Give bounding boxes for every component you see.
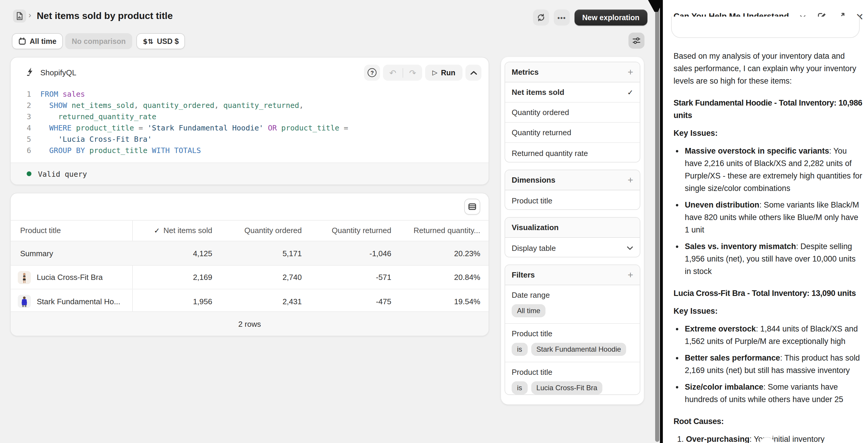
currency-exchange-icon: $⇅ (143, 37, 153, 46)
filter-value-chip-stark[interactable]: Stark Fundamental Hoodie (531, 343, 626, 356)
run-query-button[interactable]: ▷ Run (425, 65, 462, 81)
table-toolbar (11, 193, 489, 220)
results-table-card: Product title ✓ Net items sold Quantity … (10, 193, 489, 336)
query-status-text: Valid query (38, 169, 87, 178)
metric-item-net-items-sold[interactable]: Net items sold ✓ (505, 83, 640, 102)
code-line: 6 GROUP BY product_title WITH TOTALS (11, 145, 489, 156)
dimensions-section: Dimensions + Product title (504, 170, 640, 210)
exploration-config-panel: Metrics + Net items sold ✓ Quantity orde… (501, 57, 644, 405)
new-exploration-button[interactable]: New exploration (575, 9, 647, 26)
app-window: › Net items sold by product title All ti… (0, 0, 868, 443)
column-header-quantity-ordered[interactable]: Quantity ordered (222, 226, 311, 235)
column-header-quantity-returned[interactable]: Quantity returned (311, 226, 401, 235)
add-metric-button[interactable]: + (627, 67, 633, 77)
list-item: Size/color imbalance: Some variants have… (685, 381, 863, 406)
comparison-chip-label: No comparison (72, 37, 126, 46)
panel-toggle-button[interactable] (628, 33, 645, 49)
add-dimension-button[interactable]: + (627, 175, 633, 185)
page-title: Net items sold by product title (37, 11, 173, 21)
chat-bullet-list: Massive overstock in specific variants: … (674, 145, 863, 277)
add-filter-button[interactable]: + (627, 270, 633, 279)
chat-heading: Lucia Cross-Fit Bra - Total Inventory: 1… (674, 287, 863, 299)
metrics-header: Metrics + (505, 62, 640, 83)
filter-group-product-title-1: Product title is Stark Fundamental Hoodi… (505, 324, 640, 362)
query-help-button[interactable]: ? (364, 65, 380, 81)
more-actions-button[interactable]: ••• (554, 9, 570, 26)
product-thumbnail-stark (18, 295, 31, 308)
currency-chip[interactable]: $⇅ USD $ (136, 33, 185, 49)
dimension-item-product-title[interactable]: Product title (505, 190, 640, 210)
column-header-net-items-sold[interactable]: ✓ Net items sold (132, 226, 222, 235)
code-line: 3 returned_quantity_rate (11, 111, 489, 122)
filter-group-date-range: Date range All time (505, 285, 640, 324)
editor-language-label: ShopifyQL (40, 68, 76, 77)
list-item: Sales vs. inventory mismatch: Despite se… (685, 240, 863, 277)
chat-scroll-area[interactable]: Based on my analysis of your inventory d… (663, 17, 868, 443)
code-line: 2 SHOW net_items_sold, quantity_ordered,… (11, 100, 489, 111)
editor-header: ShopifyQL ? ↶ ↷ ▷ Run (11, 58, 489, 87)
metric-item-quantity-ordered[interactable]: Quantity ordered (505, 102, 640, 123)
metric-item-returned-quantity-rate[interactable]: Returned quantity rate (505, 143, 640, 163)
lightning-bolt-icon (26, 67, 35, 77)
filter-chip-all-time[interactable]: All time (512, 304, 546, 317)
sliders-icon (632, 36, 641, 45)
visualization-section: Visualization Display table (504, 217, 640, 257)
redo-button[interactable]: ↷ (403, 68, 422, 78)
table-icon (468, 202, 477, 211)
assistant-chat-panel: Can You Help Me Understand... ✕ (663, 0, 868, 443)
filter-operator-chip[interactable]: is (512, 343, 527, 356)
table-row-summary[interactable]: Summary 4,125 5,171 -1,046 20.23% (11, 241, 489, 266)
check-icon: ✓ (154, 226, 160, 235)
list-item: Better sales performance: This product h… (685, 352, 863, 377)
filter-operator-chip[interactable]: is (512, 381, 527, 394)
visualization-header: Visualization (505, 218, 640, 238)
currency-chip-label: USD $ (157, 37, 179, 46)
filters-header: Filters + (505, 265, 640, 285)
list-item: Massive overstock in specific variants: … (685, 145, 863, 195)
query-status-bar: Valid query (11, 163, 489, 184)
date-range-chip-label: All time (30, 37, 56, 46)
document-chart-icon (16, 12, 24, 20)
check-icon: ✓ (627, 88, 633, 96)
column-header-product-title[interactable]: Product title (11, 226, 132, 235)
calendar-icon (19, 37, 26, 45)
list-item: Uneven distribution: Some variants like … (685, 199, 863, 236)
column-header-returned-quantity-rate[interactable]: Returned quantity... (401, 226, 489, 235)
table-row-count: 2 rows (11, 311, 489, 336)
chat-paragraph: Based on my analysis of your inventory d… (674, 50, 863, 87)
assistant-message: Based on my analysis of your inventory d… (674, 50, 863, 443)
table-view-button[interactable] (464, 199, 480, 215)
undo-button[interactable]: ↶ (383, 68, 403, 78)
metrics-section: Metrics + Net items sold ✓ Quantity orde… (504, 62, 640, 163)
filter-value-chip-lucia[interactable]: Lucia Cross-Fit Bra (531, 381, 602, 394)
filter-group-product-title-2: Product title is Lucia Cross-Fit Bra (505, 362, 640, 395)
chat-panel-divider[interactable] (660, 0, 663, 443)
chat-heading: Root Causes: (674, 415, 863, 427)
chat-subheading: Key Issues: (674, 305, 863, 317)
chat-bullet-list: Extreme overstock: 1,844 units of Black/… (674, 323, 863, 406)
table-header-row: Product title ✓ Net items sold Quantity … (11, 220, 489, 241)
shopifyql-editor-card: ShopifyQL ? ↶ ↷ ▷ Run (10, 57, 489, 185)
run-label: Run (441, 68, 455, 77)
metric-item-quantity-returned[interactable]: Quantity returned (505, 123, 640, 143)
code-line: 5 'Lucia Cross-Fit Bra' (11, 134, 489, 145)
chevron-down-icon (627, 246, 633, 250)
visualization-select[interactable]: Display table (505, 238, 640, 257)
play-icon: ▷ (432, 69, 437, 77)
table-row-stark[interactable]: Stark Fundamental Ho... 1,956 2,431 -475… (11, 289, 489, 313)
filters-section: Filters + Date range All time Product ti… (504, 265, 640, 395)
exploration-file-icon-button[interactable] (13, 9, 26, 23)
collapse-editor-button[interactable] (465, 65, 482, 81)
breadcrumb: › (28, 10, 31, 20)
product-thumbnail-lucia (18, 271, 31, 284)
date-range-chip[interactable]: All time (12, 33, 63, 49)
table-row-lucia[interactable]: Lucia Cross-Fit Bra 2,169 2,740 -571 20.… (11, 266, 489, 289)
valid-status-dot-icon (27, 171, 31, 176)
user-message-bubble-partial (671, 17, 860, 38)
code-line: 4 WHERE product_title = 'Stark Fundament… (11, 122, 489, 134)
code-line: 1FROM sales (11, 88, 489, 100)
query-code-area[interactable]: 1FROM sales 2 SHOW net_items_sold, quant… (11, 88, 489, 156)
main-scrollbar[interactable] (655, 1, 659, 442)
help-icon: ? (368, 68, 376, 77)
refresh-button[interactable] (533, 9, 549, 26)
